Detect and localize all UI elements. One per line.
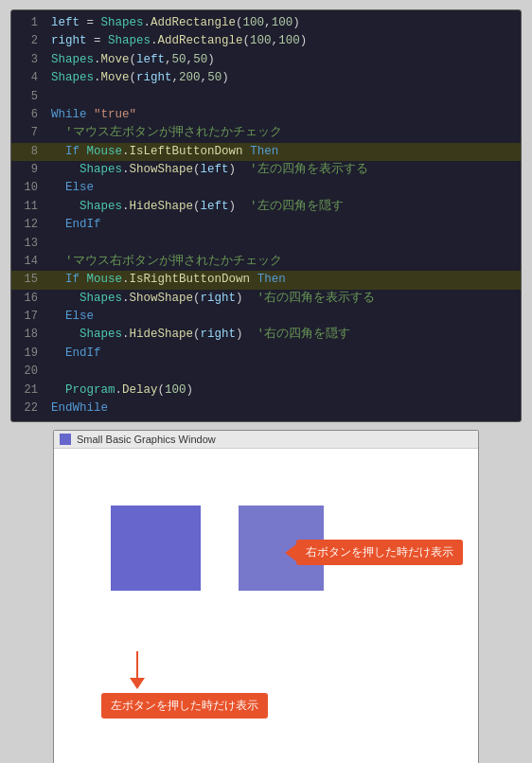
code-line: 2right = Shapes.AddRectangle(100,100) xyxy=(11,32,521,50)
line-number: 17 xyxy=(19,308,38,326)
line-number: 1 xyxy=(19,14,38,32)
callout-right-arrow xyxy=(285,544,296,561)
graphics-titlebar: Small Basic Graphics Window xyxy=(54,431,478,449)
code-line: 10 Else xyxy=(11,179,521,197)
line-content: right = Shapes.AddRectangle(100,100) xyxy=(51,32,307,50)
code-line: 6While "true" xyxy=(11,106,521,124)
code-line: 13 xyxy=(11,235,521,253)
line-number: 9 xyxy=(19,161,38,179)
line-content: 'マウス左ボタンが押されたかチェック xyxy=(51,124,282,142)
line-number: 19 xyxy=(19,345,38,363)
line-content: Else xyxy=(51,179,94,197)
code-line: 17 Else xyxy=(11,308,521,326)
code-line: 8 If Mouse.IsLeftButtonDown Then xyxy=(11,143,521,161)
line-number: 20 xyxy=(19,363,38,381)
line-number: 15 xyxy=(19,271,38,289)
line-number: 14 xyxy=(19,253,38,271)
line-content: Program.Delay(100) xyxy=(51,382,193,399)
callout-bottom: 左ボタンを押した時だけ表示 xyxy=(101,651,268,719)
line-number: 18 xyxy=(19,326,38,344)
line-content: If Mouse.IsLeftButtonDown Then xyxy=(51,143,278,161)
callout-bottom-line xyxy=(136,651,138,678)
line-content xyxy=(51,88,59,106)
line-number: 13 xyxy=(19,235,38,253)
code-line: 12 EndIf xyxy=(11,216,521,234)
code-line: 16 Shapes.ShowShape(right) '右の四角を表示する xyxy=(11,290,521,308)
line-number: 22 xyxy=(19,399,38,417)
graphics-panel: Small Basic Graphics Window 右ボタンを押した時だけ表… xyxy=(53,430,479,763)
callout-right-box: 右ボタンを押した時だけ表示 xyxy=(296,540,463,565)
line-content: Shapes.Move(left,50,50) xyxy=(51,51,215,69)
line-content: 'マウス右ボタンが押されたかチェック xyxy=(51,253,282,271)
line-number: 10 xyxy=(19,179,38,197)
rect-left xyxy=(111,506,201,591)
code-line: 4Shapes.Move(right,200,50) xyxy=(11,69,521,87)
line-content: While "true" xyxy=(51,106,136,124)
line-number: 2 xyxy=(19,32,38,50)
code-line: 15 If Mouse.IsRightButtonDown Then xyxy=(11,271,521,289)
line-number: 5 xyxy=(19,88,38,106)
code-body: 1left = Shapes.AddRectangle(100,100)2rig… xyxy=(11,10,521,421)
code-panel: 1left = Shapes.AddRectangle(100,100)2rig… xyxy=(10,9,522,422)
line-number: 16 xyxy=(19,290,38,308)
line-number: 4 xyxy=(19,69,38,87)
line-content: Shapes.HideShape(left) '左の四角を隠す xyxy=(51,198,344,216)
line-content xyxy=(51,235,59,253)
titlebar-text: Small Basic Graphics Window xyxy=(77,434,216,445)
line-content: If Mouse.IsRightButtonDown Then xyxy=(51,271,286,289)
line-content: EndIf xyxy=(51,216,101,234)
line-content: Else xyxy=(51,308,94,326)
code-line: 5 xyxy=(11,88,521,106)
line-number: 11 xyxy=(19,198,38,216)
graphics-body: 右ボタンを押した時だけ表示 左ボタンを押した時だけ表示 xyxy=(54,449,478,763)
titlebar-icon xyxy=(60,434,71,445)
line-number: 8 xyxy=(19,143,38,161)
line-number: 6 xyxy=(19,106,38,124)
line-content: Shapes.Move(right,200,50) xyxy=(51,69,229,87)
code-line: 22EndWhile xyxy=(11,399,521,417)
code-line: 1left = Shapes.AddRectangle(100,100) xyxy=(11,14,521,32)
line-content: Shapes.ShowShape(right) '右の四角を表示する xyxy=(51,290,375,308)
code-line: 3Shapes.Move(left,50,50) xyxy=(11,51,521,69)
code-line: 21 Program.Delay(100) xyxy=(11,382,521,399)
line-content: left = Shapes.AddRectangle(100,100) xyxy=(51,14,300,32)
code-line: 7 'マウス左ボタンが押されたかチェック xyxy=(11,124,521,142)
callout-bottom-arrowhead xyxy=(130,678,145,689)
code-line: 20 xyxy=(11,363,521,381)
line-content: EndIf xyxy=(51,345,101,363)
line-content: Shapes.HideShape(right) '右の四角を隠す xyxy=(51,326,350,344)
line-number: 7 xyxy=(19,124,38,142)
line-content: Shapes.ShowShape(left) '左の四角を表示する xyxy=(51,161,368,179)
line-number: 21 xyxy=(19,382,38,399)
callout-bottom-arrow-wrap xyxy=(130,651,145,689)
callout-right: 右ボタンを押した時だけ表示 xyxy=(285,540,463,565)
code-line: 9 Shapes.ShowShape(left) '左の四角を表示する xyxy=(11,161,521,179)
code-line: 14 'マウス右ボタンが押されたかチェック xyxy=(11,253,521,271)
code-line: 11 Shapes.HideShape(left) '左の四角を隠す xyxy=(11,198,521,216)
code-line: 18 Shapes.HideShape(right) '右の四角を隠す xyxy=(11,326,521,344)
line-number: 3 xyxy=(19,51,38,69)
callout-bottom-box: 左ボタンを押した時だけ表示 xyxy=(101,693,268,719)
line-content xyxy=(51,363,59,381)
line-number: 12 xyxy=(19,216,38,234)
line-content: EndWhile xyxy=(51,399,108,417)
code-line: 19 EndIf xyxy=(11,345,521,363)
